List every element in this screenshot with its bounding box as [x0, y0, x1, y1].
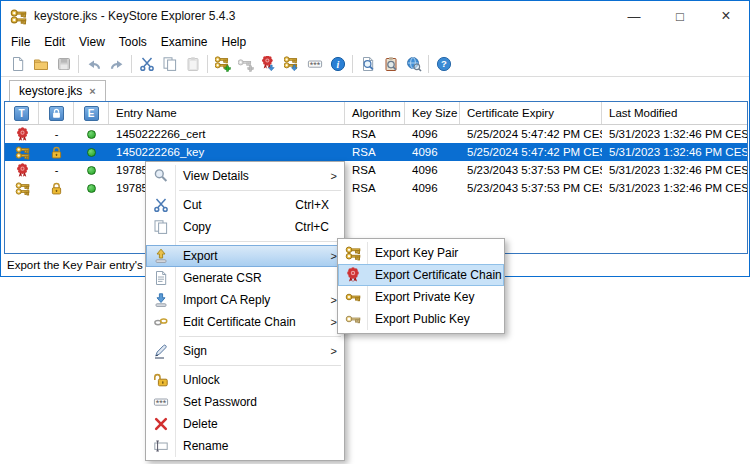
- menu-edit[interactable]: Edit: [37, 33, 72, 51]
- examine-clipboard-icon: [383, 56, 399, 72]
- menu-item-copy[interactable]: Copy Ctrl+C: [146, 216, 344, 238]
- certificate-expiry: 5/25/2024 5:47:42 PM CEST: [460, 146, 602, 158]
- save-icon: [56, 56, 72, 72]
- menu-item-export-private-key[interactable]: Export Private Key: [338, 286, 504, 308]
- toolbar-separator: [352, 55, 353, 73]
- copy-button[interactable]: [158, 53, 181, 75]
- menu-file[interactable]: File: [4, 33, 37, 51]
- menu-help[interactable]: Help: [215, 33, 254, 51]
- desktop: keystore.jks - KeyStore Explorer 5.4.3 —…: [0, 0, 750, 464]
- import-trusted-certificate-button[interactable]: [257, 53, 280, 75]
- menu-item-view-details[interactable]: View Details >: [146, 165, 344, 187]
- save-button[interactable]: [52, 53, 75, 75]
- key-size: 4096: [405, 164, 460, 176]
- menu-item-edit-certificate-chain[interactable]: Edit Certificate Chain >: [146, 311, 344, 333]
- tab-close-icon[interactable]: ×: [89, 85, 95, 97]
- chain-icon: [146, 314, 175, 330]
- generate-key-pair-button[interactable]: [211, 53, 234, 75]
- table-row[interactable]: - 1450222266_cert RSA 4096 5/25/2024 5:4…: [5, 125, 747, 143]
- table-header: T E Entry Name Algorithm Key Size Certif…: [5, 102, 747, 125]
- table-row[interactable]: - 197857319 RSA 4096 5/23/2043 5:37:53 P…: [5, 161, 747, 179]
- generate-secret-key-button[interactable]: [234, 53, 257, 75]
- algorithm: RSA: [345, 182, 405, 194]
- menu-item-rename[interactable]: Rename: [146, 435, 344, 457]
- menu-separator: [146, 362, 344, 369]
- key-pair-icon: [15, 181, 30, 196]
- key-size: 4096: [405, 128, 460, 140]
- set-password-icon: [307, 56, 323, 72]
- status-text: Export the Key Pair entry's ce: [7, 259, 158, 271]
- key-size: 4096: [405, 182, 460, 194]
- menu-tools[interactable]: Tools: [112, 33, 154, 51]
- menu-item-generate-csr[interactable]: Generate CSR: [146, 267, 344, 289]
- close-button[interactable]: ×: [703, 1, 749, 31]
- key-size: 4096: [405, 146, 460, 158]
- redo-button[interactable]: [105, 53, 128, 75]
- minimize-button[interactable]: —: [611, 1, 657, 31]
- menu-item-unlock[interactable]: Unlock: [146, 369, 344, 391]
- table-row[interactable]: 197857319 RSA 4096 5/23/2043 5:37:53 PM …: [5, 179, 747, 197]
- column-certificate-expiry[interactable]: Certificate Expiry: [460, 102, 602, 124]
- lock-icon: [49, 145, 64, 160]
- lock-badge-icon: [49, 106, 64, 121]
- info-icon: [330, 56, 346, 72]
- tab-keystore[interactable]: keystore.jks ×: [9, 80, 106, 101]
- rename-icon: [146, 438, 175, 454]
- paste-icon: [185, 56, 201, 72]
- menu-item-export-certificate-chain[interactable]: Export Certificate Chain: [338, 264, 504, 286]
- menu-item-sign[interactable]: Sign >: [146, 340, 344, 362]
- examine-ssl-button[interactable]: [402, 53, 425, 75]
- column-key-size[interactable]: Key Size: [405, 102, 460, 124]
- toolbar-separator: [207, 55, 208, 73]
- undo-button[interactable]: [82, 53, 105, 75]
- examine-clipboard-button[interactable]: [379, 53, 402, 75]
- maximize-button[interactable]: □: [657, 1, 703, 31]
- submenu-arrow-icon: >: [331, 170, 337, 182]
- magnifier-icon: [146, 168, 175, 184]
- column-expiry-status[interactable]: E: [74, 102, 109, 124]
- open-button[interactable]: [29, 53, 52, 75]
- cut-icon: [139, 56, 155, 72]
- cut-button[interactable]: [135, 53, 158, 75]
- title-bar[interactable]: keystore.jks - KeyStore Explorer 5.4.3 —…: [1, 1, 749, 31]
- menu-item-set-password[interactable]: Set Password: [146, 391, 344, 413]
- menu-item-cut[interactable]: Cut Ctrl+X: [146, 194, 344, 216]
- column-entry-name[interactable]: Entry Name: [109, 102, 345, 124]
- paste-button[interactable]: [181, 53, 204, 75]
- column-type[interactable]: T: [5, 102, 39, 124]
- document-icon: [146, 270, 175, 286]
- table-row-selected[interactable]: 1450222266_key RSA 4096 5/25/2024 5:47:4…: [5, 143, 747, 161]
- menu-item-export-key-pair[interactable]: Export Key Pair: [338, 242, 504, 264]
- algorithm: RSA: [345, 128, 405, 140]
- import-key-pair-button[interactable]: [280, 53, 303, 75]
- redo-icon: [109, 56, 125, 72]
- export-icon: [146, 248, 175, 264]
- menu-item-delete[interactable]: Delete: [146, 413, 344, 435]
- properties-button[interactable]: [326, 53, 349, 75]
- key-pair-icon: [15, 145, 30, 160]
- window-controls: — □ ×: [611, 1, 749, 31]
- column-last-modified[interactable]: Last Modified: [602, 102, 747, 124]
- set-password-button[interactable]: [303, 53, 326, 75]
- key-pair-icon: [338, 245, 367, 261]
- algorithm: RSA: [345, 164, 405, 176]
- examine-file-button[interactable]: [356, 53, 379, 75]
- help-button[interactable]: [432, 53, 455, 75]
- last-modified: 5/31/2023 1:32:46 PM CEST: [602, 146, 747, 158]
- menu-item-export-public-key[interactable]: Export Public Key: [338, 308, 504, 330]
- status-ok-icon: [87, 148, 96, 157]
- menu-item-export[interactable]: Export >: [146, 245, 344, 267]
- column-algorithm[interactable]: Algorithm: [345, 102, 405, 124]
- certificate-expiry: 5/23/2043 5:37:53 PM CEST: [460, 164, 602, 176]
- menu-view[interactable]: View: [72, 33, 112, 51]
- open-folder-icon: [33, 56, 49, 72]
- new-button[interactable]: [6, 53, 29, 75]
- algorithm: RSA: [345, 146, 405, 158]
- menu-examine[interactable]: Examine: [154, 33, 215, 51]
- column-lock-status[interactable]: [39, 102, 74, 124]
- menu-item-import-ca-reply[interactable]: Import CA Reply >: [146, 289, 344, 311]
- keystore-table: T E Entry Name Algorithm Key Size Certif…: [4, 101, 748, 254]
- shortcut-label: Ctrl+C: [295, 220, 329, 234]
- unlocked-indicator: -: [55, 128, 59, 140]
- type-badge-icon: T: [14, 106, 29, 121]
